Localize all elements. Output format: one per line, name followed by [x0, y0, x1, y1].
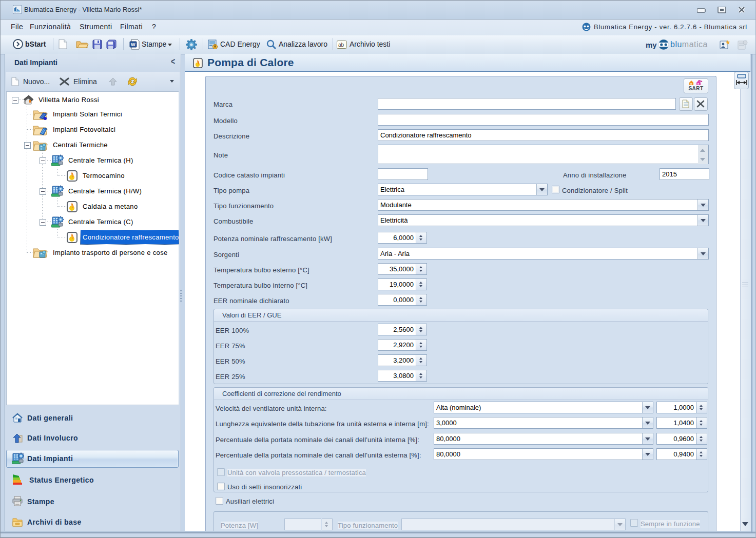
svg-text:W: W [131, 42, 135, 47]
svg-text:ab: ab [338, 42, 344, 48]
